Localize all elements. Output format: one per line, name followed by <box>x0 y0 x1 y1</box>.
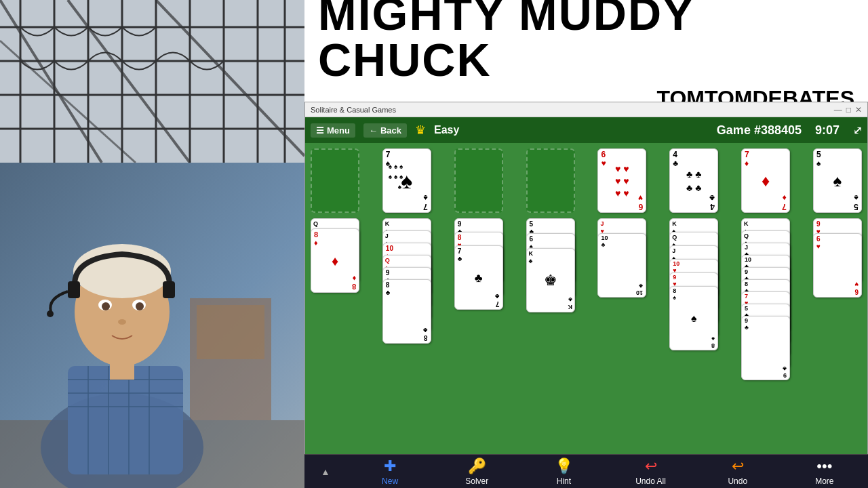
card-table: 7♠ ♠ ♠ ♠ ♠ ♠ ♠ ♠ ♠ 7♠ 6♥ ♥ ♥ ♥ ♥ ♥ ♥ 6♥ <box>305 143 867 459</box>
close-button[interactable]: ✕ <box>855 105 862 115</box>
menu-button[interactable]: ☰ Menu <box>311 123 355 138</box>
card-4-clubs[interactable]: 4♣ ♣ ♣ ♣ ♣ 4♣ <box>669 148 718 213</box>
back-button[interactable]: ← Back <box>363 123 407 138</box>
undo-icon: ↩ <box>732 458 744 475</box>
foundation-slot-2[interactable] <box>454 148 503 213</box>
svg-point-33 <box>118 319 126 325</box>
card-7-spades[interactable]: 7♠ ♠ ♠ ♠ ♠ ♠ ♠ ♠ ♠ 7♠ <box>382 148 431 213</box>
background-image <box>0 0 304 163</box>
restore-button[interactable]: □ <box>846 105 851 115</box>
card-7-diamonds[interactable]: 7♦ ♦ 7♦ <box>741 148 790 213</box>
foundation-slot-1[interactable] <box>311 148 359 213</box>
undo-all-label: Undo All <box>635 476 666 486</box>
window-title: Solitaire & Casual Games <box>311 106 396 114</box>
tableau-col-6: K♠ ♚ K♠ Q♠ ♛ Q♠ J♠ ♔ J♠ 10♥ ♥ 10♥ <box>669 218 718 388</box>
card-7-clubs-3[interactable]: 7♣ ♣ 7♣ <box>454 245 503 310</box>
undo-all-button[interactable]: ↩ Undo All <box>624 458 678 486</box>
svg-rect-19 <box>68 366 183 474</box>
tableau-col-4: 5♣ ♣ 5♣ 6♠ ♠ 6♠ K♣ ♚ K♣ <box>526 218 575 306</box>
game-toolbar: ☰ Menu ← Back ♛ Easy Game #388405 9:07 ⤢ <box>305 117 867 143</box>
tableau-col-2: K♠ ♚ K♠ J♠ ♔ J♠ 10♦ 10♦ Q♦ ♛ Q♦ <box>382 218 431 354</box>
undo-all-icon: ↩ <box>645 458 657 475</box>
window-titlebar: Solitaire & Casual Games — □ ✕ <box>305 102 867 117</box>
expand-button[interactable]: ⤢ <box>853 124 862 137</box>
game-mode-label: Easy <box>434 124 459 136</box>
solver-button[interactable]: 🔑 Solver <box>450 458 504 486</box>
hint-icon: 💡 <box>555 458 573 475</box>
svg-rect-35 <box>163 281 175 298</box>
card-king-clubs[interactable]: K♣ ♚ K♣ <box>526 248 575 312</box>
game-window: Solitaire & Casual Games — □ ✕ ☰ Menu ← … <box>304 102 868 488</box>
card-9-final-7[interactable]: 9♣ 9♣ <box>741 316 790 380</box>
minimize-button[interactable]: — <box>834 105 842 115</box>
undo-label: Undo <box>728 476 747 486</box>
card-6-hearts-8[interactable]: 6♥ 6♥ <box>813 233 862 298</box>
card-5-spades[interactable]: 5♠ ♠ 5♠ <box>813 148 862 213</box>
svg-point-32 <box>136 302 144 310</box>
foundation-row: 7♠ ♠ ♠ ♠ ♠ ♠ ♠ ♠ ♠ 7♠ 6♥ ♥ ♥ ♥ ♥ ♥ ♥ 6♥ <box>311 148 862 213</box>
new-icon: ✚ <box>384 458 396 475</box>
tableau-col-5: J♥ ♛ J♥ 10♣ 10♣ <box>597 218 646 306</box>
foundation-slot-3[interactable] <box>526 148 575 213</box>
svg-rect-37 <box>110 359 134 380</box>
menu-label: Menu <box>327 125 350 136</box>
crown-icon: ♛ <box>415 123 426 138</box>
dropdown-arrow[interactable]: ▲ <box>321 466 330 477</box>
bottom-toolbar: ▲ ✚ New 🔑 Solver 💡 Hint ↩ Undo All ↩ Und… <box>304 454 868 488</box>
back-label: Back <box>380 125 401 136</box>
card-6-hearts[interactable]: 6♥ ♥ ♥ ♥ ♥ ♥ ♥ 6♥ <box>597 148 646 213</box>
hint-label: Hint <box>557 476 571 486</box>
svg-point-36 <box>47 310 54 317</box>
solver-icon: 🔑 <box>468 458 486 475</box>
svg-rect-34 <box>68 281 80 298</box>
left-panel <box>0 0 304 488</box>
card-8-spades-2[interactable]: 8♣ 8♣ <box>382 279 431 344</box>
card-8-spades-6[interactable]: 8♠ ♠ 8♠ <box>669 286 718 350</box>
svg-point-31 <box>102 302 110 310</box>
undo-button[interactable]: ↩ Undo <box>711 458 765 486</box>
new-label: New <box>382 476 398 486</box>
back-icon: ← <box>369 125 378 136</box>
tableau: Q♠ 🃁 Q♠ 8♦ ♦ 8♦ K♠ ♚ K♠ <box>311 218 862 408</box>
tableau-col-3: 9♣ ♣ 9♣ 8♥ ♥ 8♥ 7♣ ♣ 7♣ <box>454 218 503 320</box>
game-timer: 9:07 <box>815 123 840 138</box>
tableau-col-7: K♠ ♚ K♠ Q♣ ♛ Q♣ J♣ J♣ 10♣ 10♣ <box>741 218 790 408</box>
card-8-diamonds[interactable]: 8♦ ♦ 8♦ <box>311 228 359 293</box>
tableau-col-1: Q♠ 🃁 Q♠ 8♦ ♦ 8♦ <box>311 218 359 340</box>
solver-label: Solver <box>465 476 488 486</box>
more-button[interactable]: ••• More <box>797 458 852 486</box>
main-title: MIGHTY MUDDY CHUCK <box>318 0 868 83</box>
hint-button[interactable]: 💡 Hint <box>536 458 591 486</box>
card-10-clubs[interactable]: 10♣ 10♣ <box>597 233 646 298</box>
more-label: More <box>815 476 833 486</box>
webcam-feed <box>0 163 304 488</box>
title-area: MIGHTY MUDDY CHUCK TOMTOMDEBATES <box>304 0 868 102</box>
new-button[interactable]: ✚ New <box>363 458 417 486</box>
game-info: Game #388405 9:07 ⤢ <box>717 123 862 138</box>
svg-rect-16 <box>197 305 264 359</box>
more-icon: ••• <box>816 458 832 475</box>
menu-icon: ☰ <box>316 125 324 136</box>
tableau-col-8: 9♥ ♥ ♥ ♥ ♥ ♥ ♥ ♥ ♥ ♥ 9♥ 6♥ 6♥ <box>813 218 862 306</box>
game-number: Game #388405 <box>717 123 802 138</box>
